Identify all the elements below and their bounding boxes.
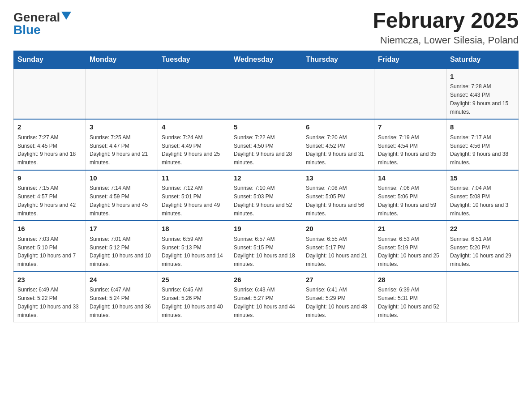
calendar-cell: 20Sunrise: 6:55 AM Sunset: 5:17 PM Dayli…	[302, 221, 374, 272]
weekday-header-monday: Monday	[86, 51, 158, 68]
logo-general: General	[13, 11, 60, 24]
day-number: 23	[17, 275, 82, 285]
calendar-cell: 21Sunrise: 6:53 AM Sunset: 5:19 PM Dayli…	[374, 221, 446, 272]
calendar-cell	[230, 68, 302, 120]
weekday-header-wednesday: Wednesday	[230, 51, 302, 68]
week-row-2: 2Sunrise: 7:27 AM Sunset: 4:45 PM Daylig…	[14, 119, 519, 170]
day-number: 3	[90, 122, 154, 133]
calendar-cell: 9Sunrise: 7:15 AM Sunset: 4:57 PM Daylig…	[14, 170, 86, 221]
calendar-cell: 24Sunrise: 6:47 AM Sunset: 5:24 PM Dayli…	[86, 272, 158, 322]
calendar-cell: 4Sunrise: 7:24 AM Sunset: 4:49 PM Daylig…	[158, 119, 230, 170]
day-number: 24	[90, 275, 154, 285]
calendar-cell: 11Sunrise: 7:12 AM Sunset: 5:01 PM Dayli…	[158, 170, 230, 221]
day-info: Sunrise: 7:14 AM Sunset: 4:59 PM Dayligh…	[90, 185, 148, 216]
calendar-cell: 16Sunrise: 7:03 AM Sunset: 5:10 PM Dayli…	[14, 221, 86, 272]
svg-marker-0	[61, 12, 71, 20]
day-number: 20	[306, 224, 370, 234]
day-number: 5	[234, 122, 298, 133]
logo-triangle-icon	[61, 12, 71, 20]
day-number: 15	[450, 173, 515, 184]
day-info: Sunrise: 7:27 AM Sunset: 4:45 PM Dayligh…	[17, 134, 76, 166]
calendar-cell: 13Sunrise: 7:08 AM Sunset: 5:05 PM Dayli…	[302, 170, 374, 221]
logo-blue: Blue	[13, 24, 41, 36]
calendar-cell: 5Sunrise: 7:22 AM Sunset: 4:50 PM Daylig…	[230, 119, 302, 170]
calendar-cell: 26Sunrise: 6:43 AM Sunset: 5:27 PM Dayli…	[230, 272, 302, 322]
calendar-cell: 12Sunrise: 7:10 AM Sunset: 5:03 PM Dayli…	[230, 170, 302, 221]
day-number: 7	[378, 122, 442, 133]
day-info: Sunrise: 7:25 AM Sunset: 4:47 PM Dayligh…	[90, 134, 148, 166]
day-number: 22	[450, 224, 515, 234]
calendar-cell	[158, 68, 230, 120]
calendar-cell	[86, 68, 158, 120]
title-block: February 2025 Niemcza, Lower Silesia, Po…	[373, 9, 519, 46]
day-number: 14	[378, 173, 442, 184]
day-number: 10	[90, 173, 154, 184]
day-info: Sunrise: 7:19 AM Sunset: 4:54 PM Dayligh…	[378, 134, 436, 166]
day-number: 9	[17, 173, 82, 184]
day-info: Sunrise: 6:55 AM Sunset: 5:17 PM Dayligh…	[306, 236, 367, 267]
week-row-5: 23Sunrise: 6:49 AM Sunset: 5:22 PM Dayli…	[14, 272, 519, 322]
month-title: February 2025	[373, 9, 519, 33]
calendar-cell: 6Sunrise: 7:20 AM Sunset: 4:52 PM Daylig…	[302, 119, 374, 170]
calendar-cell: 27Sunrise: 6:41 AM Sunset: 5:29 PM Dayli…	[302, 272, 374, 322]
calendar-cell: 22Sunrise: 6:51 AM Sunset: 5:20 PM Dayli…	[446, 221, 519, 272]
calendar-cell: 7Sunrise: 7:19 AM Sunset: 4:54 PM Daylig…	[374, 119, 446, 170]
day-info: Sunrise: 7:08 AM Sunset: 5:05 PM Dayligh…	[306, 185, 364, 216]
day-info: Sunrise: 7:10 AM Sunset: 5:03 PM Dayligh…	[234, 185, 292, 216]
day-info: Sunrise: 7:06 AM Sunset: 5:06 PM Dayligh…	[378, 185, 436, 216]
day-info: Sunrise: 7:01 AM Sunset: 5:12 PM Dayligh…	[90, 236, 151, 267]
day-number: 8	[450, 122, 515, 133]
day-info: Sunrise: 7:20 AM Sunset: 4:52 PM Dayligh…	[306, 134, 364, 166]
day-number: 26	[234, 275, 298, 285]
weekday-header-sunday: Sunday	[14, 51, 86, 68]
day-info: Sunrise: 7:04 AM Sunset: 5:08 PM Dayligh…	[450, 185, 508, 216]
location: Niemcza, Lower Silesia, Poland	[373, 34, 519, 46]
day-number: 25	[162, 275, 226, 285]
logo: General Blue	[13, 9, 71, 36]
weekday-header-row: SundayMondayTuesdayWednesdayThursdayFrid…	[14, 51, 519, 68]
day-info: Sunrise: 6:57 AM Sunset: 5:15 PM Dayligh…	[234, 236, 295, 267]
calendar-cell: 2Sunrise: 7:27 AM Sunset: 4:45 PM Daylig…	[14, 119, 86, 170]
day-info: Sunrise: 7:24 AM Sunset: 4:49 PM Dayligh…	[162, 134, 220, 166]
day-number: 16	[17, 224, 82, 234]
day-info: Sunrise: 6:51 AM Sunset: 5:20 PM Dayligh…	[450, 236, 511, 267]
week-row-4: 16Sunrise: 7:03 AM Sunset: 5:10 PM Dayli…	[14, 221, 519, 272]
day-number: 17	[90, 224, 154, 234]
calendar-cell: 15Sunrise: 7:04 AM Sunset: 5:08 PM Dayli…	[446, 170, 519, 221]
day-number: 4	[162, 122, 226, 133]
calendar-cell: 23Sunrise: 6:49 AM Sunset: 5:22 PM Dayli…	[14, 272, 86, 322]
day-info: Sunrise: 6:59 AM Sunset: 5:13 PM Dayligh…	[162, 236, 223, 267]
weekday-header-tuesday: Tuesday	[158, 51, 230, 68]
calendar-cell: 18Sunrise: 6:59 AM Sunset: 5:13 PM Dayli…	[158, 221, 230, 272]
day-info: Sunrise: 6:43 AM Sunset: 5:27 PM Dayligh…	[234, 287, 295, 318]
day-number: 2	[17, 122, 82, 133]
calendar-cell: 14Sunrise: 7:06 AM Sunset: 5:06 PM Dayli…	[374, 170, 446, 221]
day-info: Sunrise: 7:12 AM Sunset: 5:01 PM Dayligh…	[162, 185, 220, 216]
calendar-cell: 19Sunrise: 6:57 AM Sunset: 5:15 PM Dayli…	[230, 221, 302, 272]
calendar-cell: 10Sunrise: 7:14 AM Sunset: 4:59 PM Dayli…	[86, 170, 158, 221]
calendar-cell	[446, 272, 519, 322]
day-number: 6	[306, 122, 370, 133]
day-number: 11	[162, 173, 226, 184]
day-info: Sunrise: 6:41 AM Sunset: 5:29 PM Dayligh…	[306, 287, 367, 318]
day-number: 21	[378, 224, 442, 234]
day-info: Sunrise: 6:39 AM Sunset: 5:31 PM Dayligh…	[378, 287, 439, 318]
day-number: 19	[234, 224, 298, 234]
calendar-cell	[14, 68, 86, 120]
weekday-header-saturday: Saturday	[446, 51, 519, 68]
day-info: Sunrise: 6:47 AM Sunset: 5:24 PM Dayligh…	[90, 287, 151, 318]
day-info: Sunrise: 7:22 AM Sunset: 4:50 PM Dayligh…	[234, 134, 292, 166]
calendar-cell: 17Sunrise: 7:01 AM Sunset: 5:12 PM Dayli…	[86, 221, 158, 272]
day-info: Sunrise: 6:49 AM Sunset: 5:22 PM Dayligh…	[17, 287, 79, 318]
day-info: Sunrise: 7:03 AM Sunset: 5:10 PM Dayligh…	[17, 236, 76, 267]
calendar-cell: 28Sunrise: 6:39 AM Sunset: 5:31 PM Dayli…	[374, 272, 446, 322]
day-number: 1	[450, 72, 515, 82]
day-number: 27	[306, 275, 370, 285]
day-info: Sunrise: 6:53 AM Sunset: 5:19 PM Dayligh…	[378, 236, 439, 267]
day-info: Sunrise: 6:45 AM Sunset: 5:26 PM Dayligh…	[162, 287, 223, 318]
week-row-3: 9Sunrise: 7:15 AM Sunset: 4:57 PM Daylig…	[14, 170, 519, 221]
weekday-header-friday: Friday	[374, 51, 446, 68]
day-number: 28	[378, 275, 442, 285]
week-row-1: 1Sunrise: 7:28 AM Sunset: 4:43 PM Daylig…	[14, 68, 519, 120]
calendar-cell	[374, 68, 446, 120]
